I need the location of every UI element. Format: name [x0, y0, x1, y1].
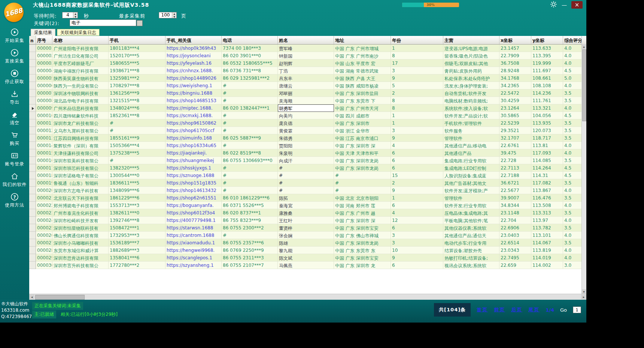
- cell[interactable]: 1300544***0: [109, 172, 165, 179]
- cell[interactable]: 1801183***4: [109, 45, 165, 52]
- cell[interactable]: 4.0: [563, 202, 582, 209]
- row-selector[interactable]: [29, 262, 36, 269]
- cell[interactable]: 39.9007: [499, 194, 531, 202]
- cell[interactable]: 000006: [36, 82, 52, 89]
- cell[interactable]: 1520170***5: [109, 52, 165, 59]
- cell[interactable]: 陕西为一生药业有限公: [52, 82, 109, 89]
- scroll-right-icon[interactable]: ▶: [581, 294, 586, 299]
- sidebar-item-help[interactable]: ?使用方法: [0, 190, 29, 211]
- column-header-6[interactable]: 姓名: [278, 36, 334, 44]
- cell[interactable]: 10: [391, 247, 443, 254]
- table-row[interactable]: 000011深圳市龙广科技有限公#https://shop96150862#庞良…: [29, 119, 586, 127]
- row-selector[interactable]: [29, 97, 36, 104]
- cell[interactable]: 1536189***7: [109, 239, 165, 247]
- cell[interactable]: 3.5: [563, 209, 582, 217]
- table-row[interactable]: 000016深圳市双美科技有限公#https://shuangmeikej86 …: [29, 157, 586, 164]
- cell[interactable]: 30.5865: [499, 112, 531, 119]
- cell[interactable]: 4.0: [563, 142, 582, 149]
- keyword-more-button[interactable]: [137, 20, 143, 26]
- cell[interactable]: 39.475: [499, 149, 531, 157]
- row-selector[interactable]: [29, 74, 36, 82]
- cell[interactable]: 秦海宽: [278, 202, 334, 209]
- cell[interactable]: 3: [391, 232, 443, 239]
- cell[interactable]: 鲁视通（山东）智能科: [52, 179, 109, 187]
- cell[interactable]: https://miptec.1688.: [165, 104, 222, 112]
- cell[interactable]: 22.7188: [499, 172, 531, 179]
- cell[interactable]: 000024: [36, 217, 52, 224]
- cell[interactable]: 000008: [36, 97, 52, 104]
- cell[interactable]: 董贤梓: [278, 224, 334, 232]
- row-selector[interactable]: [29, 179, 36, 187]
- column-header-0[interactable]: n: [29, 36, 36, 44]
- cell[interactable]: 中国 北京 北京市朝阳: [334, 194, 391, 202]
- page-link-last[interactable]: 尾页: [528, 306, 540, 313]
- wait-time-input[interactable]: 4 ▲▼: [62, 12, 78, 18]
- row-selector[interactable]: [29, 157, 36, 164]
- cell[interactable]: 000030: [36, 262, 52, 269]
- row-selector[interactable]: [29, 67, 36, 74]
- table-row[interactable]: 000015天津佳谦科技有限公司1375238***5https://jiaqi…: [29, 149, 586, 157]
- cell[interactable]: 湖南中禧医疗科技有限: [52, 67, 109, 74]
- wait-time-spinner[interactable]: ▲▼: [73, 12, 78, 18]
- table-row[interactable]: 000014聚辉软件（深圳）有限1505366***4https://shop1…: [29, 142, 586, 149]
- cell[interactable]: 1382611***0: [109, 209, 165, 217]
- cell[interactable]: 9: [391, 254, 443, 262]
- cell[interactable]: 深圳市龙广科技有限公: [52, 119, 109, 127]
- cell[interactable]: 000023: [36, 209, 52, 217]
- row-selector[interactable]: [29, 202, 36, 209]
- cell[interactable]: 108.661: [531, 74, 563, 82]
- max-pages-spinner[interactable]: ▲▼: [172, 12, 176, 18]
- table-row[interactable]: 000024深圳市松崎科技开发有1392746***8https://40077…: [29, 217, 586, 224]
- cell[interactable]: 113.935: [531, 119, 563, 127]
- cell[interactable]: 12: [391, 217, 443, 224]
- sidebar-item-start-collect[interactable]: 开始采集: [0, 25, 29, 46]
- cell[interactable]: 膏药贴;皮肤外用药: [443, 67, 499, 74]
- cell[interactable]: 113.508: [531, 202, 563, 209]
- cell[interactable]: 7374 00 180***3: [222, 45, 278, 52]
- cell[interactable]: 管理软件: [443, 134, 499, 142]
- cell[interactable]: 中国 广东 深圳市龙岗: [334, 239, 391, 247]
- cell[interactable]: 中国 陕西 咸阳市杨凌: [334, 82, 391, 89]
- cell[interactable]: 留香珠;吸色片/防染色: [443, 52, 499, 59]
- cell[interactable]: #: [334, 179, 391, 187]
- sidebar-item-account-login[interactable]: 账号登录: [0, 149, 29, 170]
- cell[interactable]: 6: [391, 224, 443, 232]
- cell[interactable]: 其他仪器仪表;系统软: [443, 224, 499, 232]
- row-selector[interactable]: [29, 224, 36, 232]
- table-row[interactable]: 000018深圳市诺格电子有限公1300544***0https://sznuo…: [29, 172, 586, 179]
- cell[interactable]: 1882689***3: [109, 247, 165, 254]
- cell[interactable]: https://shop62n61551: [165, 194, 222, 202]
- column-header-3[interactable]: 手机: [109, 36, 165, 44]
- cell[interactable]: 86 0755 2357***6: [222, 239, 278, 247]
- cell[interactable]: 000017: [36, 164, 52, 172]
- page-link-first[interactable]: 首页: [477, 306, 488, 313]
- table-row[interactable]: 000010四川晟纬铭象软件科技1852361***8https://scmxk…: [29, 112, 586, 119]
- cell[interactable]: 118.717: [531, 134, 563, 142]
- cell[interactable]: 软件开发;行业专用软: [443, 202, 499, 209]
- cell[interactable]: 3.5: [563, 89, 582, 97]
- row-selector[interactable]: [29, 149, 36, 157]
- table-row[interactable]: 000003平度市艺嶂眼睫毛厂1580655***5https://yfeyel…: [29, 59, 586, 67]
- cell[interactable]: 1: [391, 194, 443, 202]
- cell[interactable]: 000012: [36, 127, 52, 134]
- cell[interactable]: 朱泉明: [278, 149, 334, 157]
- table-row[interactable]: 000020深圳市方志电子科技有1348099***6https://shop1…: [29, 187, 586, 194]
- cell[interactable]: #: [222, 119, 278, 127]
- sidebar-item-buy[interactable]: 购买: [0, 128, 29, 149]
- cell[interactable]: 34.8344: [499, 202, 531, 209]
- cell[interactable]: 1: [391, 45, 443, 52]
- cell[interactable]: https://joysoncleani: [165, 52, 222, 59]
- cell[interactable]: 软件开发;产品设计;软: [443, 112, 499, 119]
- cell[interactable]: 1: [391, 112, 443, 119]
- page-link-prev[interactable]: 前页: [494, 306, 505, 313]
- max-pages-input[interactable]: 100 ▲▼: [159, 12, 177, 18]
- cell[interactable]: 86 029 1325981***2: [222, 74, 278, 82]
- cell[interactable]: #: [222, 82, 278, 89]
- cell[interactable]: 113.321: [531, 104, 563, 112]
- cell[interactable]: 中国 广东 东莞市 下: [334, 97, 391, 104]
- cell[interactable]: https://simuinfo.168: [165, 134, 222, 142]
- cell[interactable]: 30.4259: [499, 97, 531, 104]
- cell[interactable]: 22.7495: [499, 254, 531, 262]
- cell[interactable]: 湖北晶华电子科技有限: [52, 97, 109, 104]
- cell[interactable]: 深圳冰牛物联网科技有: [52, 89, 109, 97]
